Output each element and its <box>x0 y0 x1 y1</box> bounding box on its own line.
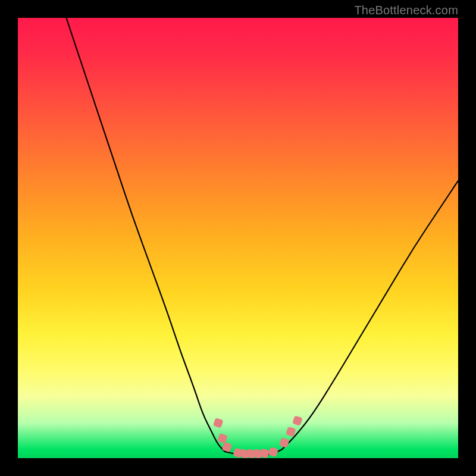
chart-container: TheBottleneck.com <box>0 0 476 476</box>
data-marker <box>213 418 224 428</box>
attribution-text: TheBottleneck.com <box>354 4 458 17</box>
data-marker <box>279 437 290 448</box>
data-marker <box>217 433 228 444</box>
data-marker <box>292 415 303 426</box>
plot-area <box>18 18 458 458</box>
chart-svg <box>18 18 458 458</box>
bottleneck-curve <box>66 18 458 455</box>
data-marker <box>268 447 278 458</box>
data-marker <box>286 427 296 437</box>
